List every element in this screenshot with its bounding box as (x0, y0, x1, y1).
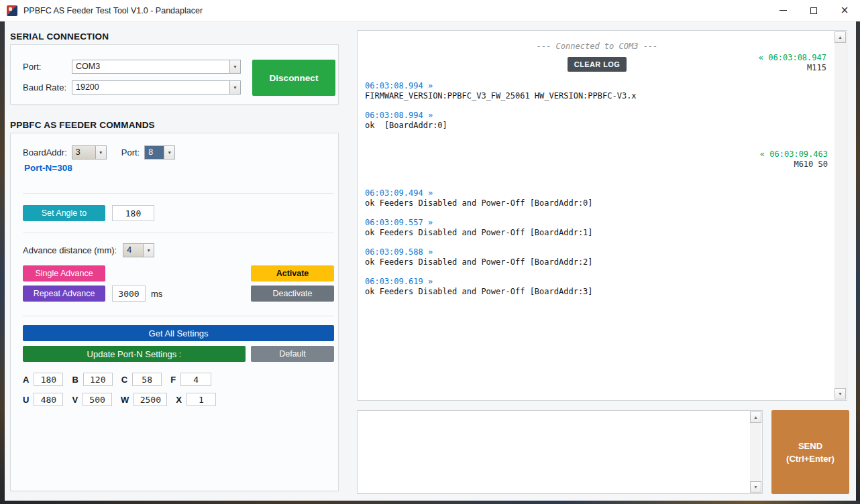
single-advance-button[interactable]: Single Advance (23, 265, 105, 281)
advance-distance-combobox[interactable]: 4 ▼ (123, 243, 154, 257)
param-b-input[interactable] (83, 373, 113, 386)
param-a-input[interactable] (34, 373, 63, 386)
desktop-edge (0, 21, 5, 504)
log-scrollbar[interactable]: ▲ ▼ (835, 32, 846, 399)
log-timestamp: 06:03:09.619 » (365, 277, 829, 287)
send-button-label: SEND (798, 440, 822, 452)
log-command: M610 S0 (365, 160, 828, 170)
window-controls: × (767, 0, 860, 21)
feeder-commands-group: BoardAddr: 3 ▼ Port: 8 ▼ Port-N=308 Set … (10, 133, 339, 491)
desktop-edge (0, 501, 860, 504)
angle-input[interactable] (112, 205, 154, 221)
command-input-scrollbar[interactable]: ▲ ▼ (750, 412, 761, 493)
deactivate-button[interactable]: Deactivate (251, 286, 334, 302)
log-timestamp: 06:03:08.994 » (365, 81, 829, 91)
param-key: A (23, 375, 29, 385)
log-timestamp: 06:03:08.994 » (365, 111, 829, 121)
maximize-icon (810, 7, 817, 14)
param-u-input[interactable] (34, 393, 63, 406)
disconnect-button[interactable]: Disconnect (252, 60, 335, 96)
close-icon: × (841, 5, 849, 15)
log-entry-sent: « 06:03:08.947 M115 (759, 53, 828, 73)
send-button-sublabel: (Ctrl+Enter) (786, 452, 835, 465)
advance-distance-value: 4 (123, 244, 143, 257)
minimize-icon (780, 10, 787, 11)
log-message: ok Feeders Disabled and Power-Off [Board… (365, 287, 829, 297)
log-timestamp: 06:03:09.494 » (365, 188, 829, 198)
minimize-button[interactable] (767, 0, 798, 21)
log-entry-recv: 06:03:09.494 » ok Feeders Disabled and P… (365, 188, 829, 208)
scroll-up-icon[interactable]: ▲ (750, 412, 761, 423)
log-message: FIRMWARE_VERSION:PPBFC_V3_FW_25061 HW_VE… (365, 91, 829, 101)
update-port-n-settings-button[interactable]: Update Port-N Settings : (23, 346, 246, 362)
log-message: ok Feeders Disabled and Power-Off [Board… (365, 198, 829, 208)
board-addr-label: BoardAddr: (23, 147, 67, 158)
activate-button[interactable]: Activate (251, 265, 334, 281)
send-button[interactable]: SEND (Ctrl+Enter) (771, 410, 849, 494)
param-key: X (176, 395, 182, 405)
log-message: ok Feeders Disabled and Power-Off [Board… (365, 257, 829, 267)
param-w-input[interactable] (133, 393, 167, 406)
clear-log-button[interactable]: CLEAR LOG (568, 57, 627, 72)
chevron-down-icon[interactable]: ▼ (164, 146, 174, 159)
log-timestamp: « 06:03:08.947 (759, 53, 826, 63)
ms-label: ms (151, 289, 162, 299)
feeder-port-label: Port: (121, 147, 140, 158)
scroll-up-icon[interactable]: ▲ (835, 32, 846, 43)
divider (23, 316, 334, 316)
connection-status-line: --- Connected to COM3 --- (365, 42, 829, 52)
baud-rate-value: 19200 (72, 81, 229, 94)
param-key: V (72, 395, 78, 405)
chevron-down-icon[interactable]: ▼ (229, 60, 240, 73)
feeder-port-value: 8 (145, 146, 164, 159)
advance-distance-label: Advance distance (mm): (23, 245, 117, 255)
param-x-input[interactable] (186, 393, 216, 406)
divider (23, 193, 334, 194)
param-f-input[interactable] (180, 373, 211, 386)
app-window: PPBFC AS Feeder Test Tool V1.0 - Pandapl… (0, 0, 860, 504)
board-addr-value: 3 (72, 146, 95, 159)
baud-rate-combobox[interactable]: 19200 ▼ (72, 80, 241, 94)
log-timestamp: « 06:03:09.463 (365, 149, 828, 160)
log-timestamp: 06:03:09.557 » (365, 218, 829, 228)
chevron-down-icon[interactable]: ▼ (229, 81, 240, 94)
default-button[interactable]: Default (251, 346, 334, 362)
divider (23, 233, 334, 233)
command-input-box: ▲ ▼ (357, 410, 763, 494)
log-entry-recv: 06:03:09.588 » ok Feeders Disabled and P… (365, 247, 829, 267)
serial-log-panel: --- Connected to COM3 --- CLEAR LOG « 06… (357, 30, 847, 401)
param-key: C (121, 375, 127, 385)
scroll-down-icon[interactable]: ▼ (750, 481, 761, 493)
maximize-button[interactable] (798, 0, 829, 21)
desktop-edge (856, 21, 860, 504)
log-timestamp: 06:03:09.588 » (365, 247, 829, 257)
window-title: PPBFC AS Feeder Test Tool V1.0 - Pandapl… (23, 6, 203, 15)
chevron-down-icon[interactable]: ▼ (143, 244, 154, 257)
close-button[interactable]: × (829, 0, 860, 21)
serial-port-combobox[interactable]: COM3 ▼ (72, 60, 241, 74)
repeat-interval-input[interactable] (112, 286, 146, 302)
log-entry-recv: 06:03:08.994 » FIRMWARE_VERSION:PPBFC_V3… (365, 81, 829, 101)
chevron-down-icon[interactable]: ▼ (95, 146, 106, 159)
feeder-port-combobox[interactable]: 8 ▼ (144, 145, 175, 160)
board-addr-combobox[interactable]: 3 ▼ (72, 145, 107, 160)
log-content: --- Connected to COM3 --- CLEAR LOG « 06… (358, 32, 835, 399)
set-angle-button[interactable]: Set Angle to (23, 205, 105, 221)
serial-connection-group: Port: COM3 ▼ Baud Rate: 19200 ▼ Disconne… (10, 44, 339, 105)
baud-rate-label: Baud Rate: (23, 82, 72, 92)
param-c-input[interactable] (132, 373, 162, 386)
log-entry-recv: 06:03:09.619 » ok Feeders Disabled and P… (365, 277, 829, 297)
log-entry-recv: 06:03:08.994 » ok [BoardAddr:0] (365, 111, 829, 131)
titlebar: PPBFC AS Feeder Test Tool V1.0 - Pandapl… (0, 0, 860, 21)
scroll-down-icon[interactable]: ▼ (835, 388, 846, 399)
get-all-settings-button[interactable]: Get All Settings (23, 325, 334, 341)
param-key: U (23, 395, 29, 405)
app-icon (7, 5, 17, 16)
command-input[interactable] (358, 412, 751, 493)
repeat-advance-button[interactable]: Repeat Advance (23, 286, 105, 302)
log-entry-sent: « 06:03:09.463 M610 S0 (365, 149, 829, 170)
log-message: ok [BoardAddr:0] (365, 121, 829, 131)
param-key: W (121, 395, 129, 405)
serial-port-value: COM3 (72, 60, 229, 73)
param-v-input[interactable] (83, 393, 112, 406)
